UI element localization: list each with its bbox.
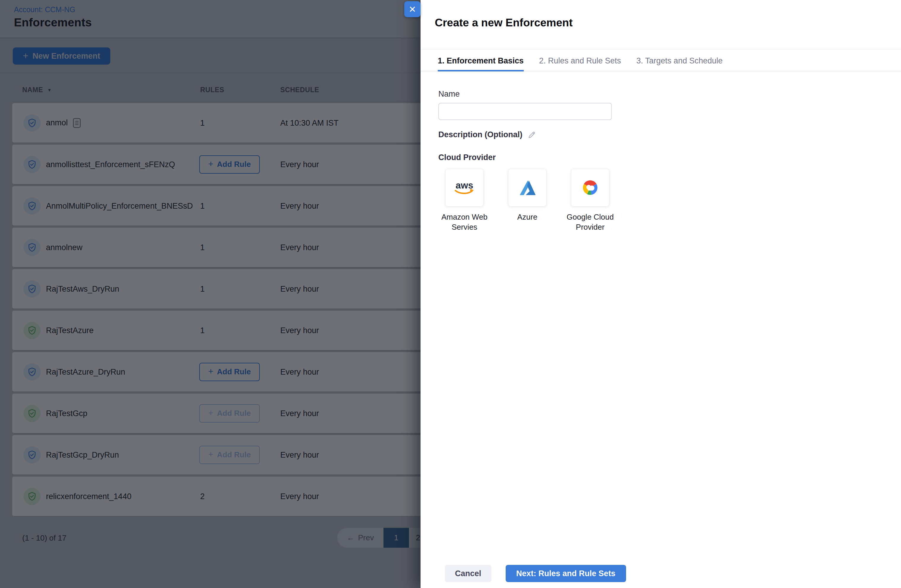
aws-logo-icon: aws: [452, 180, 477, 196]
edit-pencil-icon[interactable]: [527, 131, 536, 139]
drawer-footer: Cancel Next: Rules and Rule Sets: [445, 565, 626, 582]
azure-logo-icon: [518, 178, 537, 197]
create-enforcement-drawer: Create a new Enforcement 1. Enforcement …: [421, 0, 901, 588]
provider-option-gcp[interactable]: Google Cloud Provider: [564, 169, 616, 232]
tab-targets-and-schedule[interactable]: 3. Targets and Schedule: [636, 56, 723, 71]
aws-card[interactable]: aws: [445, 169, 484, 207]
enforcement-basics-form: Name Description (Optional) Cloud Provid…: [438, 71, 646, 232]
gcp-logo-icon: [580, 179, 601, 196]
cloud-provider-options: aws Amazon Web Servies Azure: [438, 169, 646, 232]
provider-label: Azure: [517, 212, 538, 222]
azure-card[interactable]: [508, 169, 547, 207]
next-rules-button[interactable]: Next: Rules and Rule Sets: [506, 565, 627, 582]
cancel-button[interactable]: Cancel: [445, 565, 491, 582]
drawer-title: Create a new Enforcement: [435, 17, 573, 29]
close-drawer-button[interactable]: ✕: [404, 1, 421, 17]
name-input[interactable]: [438, 103, 612, 120]
tab-enforcement-basics[interactable]: 1. Enforcement Basics: [438, 56, 524, 72]
cloud-provider-label: Cloud Provider: [438, 153, 646, 162]
provider-option-aws[interactable]: aws Amazon Web Servies: [438, 169, 491, 232]
provider-option-azure[interactable]: Azure: [501, 169, 553, 232]
provider-label: Amazon Web Servies: [438, 212, 491, 232]
wizard-tabs: 1. Enforcement Basics 2. Rules and Rule …: [421, 50, 901, 72]
tab-rules-and-rule-sets[interactable]: 2. Rules and Rule Sets: [539, 56, 621, 71]
provider-label: Google Cloud Provider: [564, 212, 616, 232]
close-icon: ✕: [409, 4, 416, 14]
app-screen: Account: CCM-NG Enforcements + New Enfor…: [0, 0, 901, 588]
description-label: Description (Optional): [438, 130, 522, 139]
gcp-card[interactable]: [571, 169, 610, 207]
name-label: Name: [438, 90, 646, 99]
